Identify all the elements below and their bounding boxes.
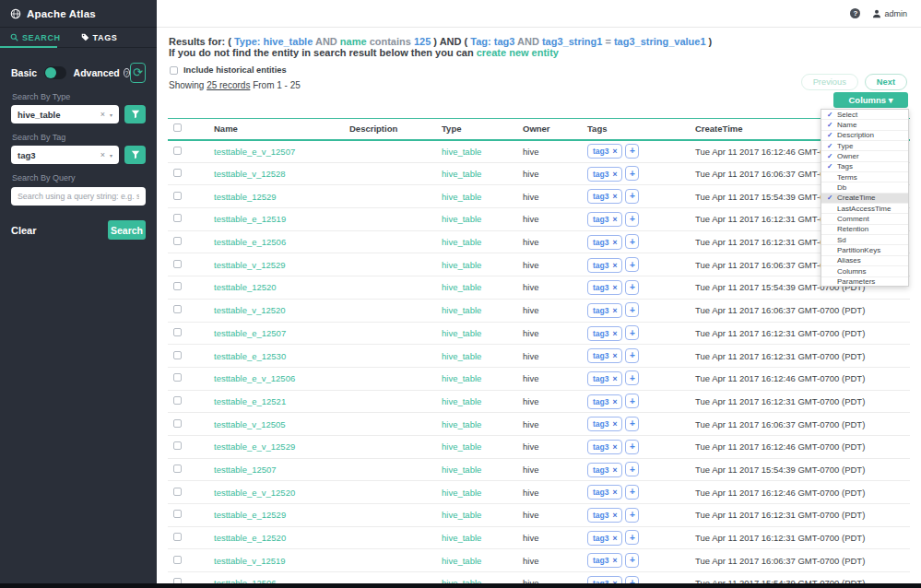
- columns-menu-item[interactable]: ✓Tags: [821, 162, 908, 172]
- tag-remove-icon[interactable]: ×: [612, 442, 617, 452]
- tag-remove-icon[interactable]: ×: [612, 147, 617, 156]
- columns-menu-item[interactable]: PartitionKeys: [821, 245, 908, 255]
- type-filter-button[interactable]: [124, 105, 146, 123]
- tag-remove-icon[interactable]: ×: [612, 374, 617, 383]
- tag-badge[interactable]: tag3×: [587, 280, 622, 295]
- tag-remove-icon[interactable]: ×: [612, 215, 617, 224]
- add-tag-button[interactable]: +: [625, 166, 639, 181]
- entity-type-link[interactable]: hive_table: [442, 351, 481, 361]
- tag-filter-button[interactable]: [124, 146, 146, 164]
- add-tag-button[interactable]: +: [625, 280, 639, 295]
- add-tag-button[interactable]: +: [625, 462, 639, 476]
- refresh-button[interactable]: ⟳: [130, 63, 146, 83]
- entity-name-link[interactable]: testtable_e_v_12529: [214, 441, 295, 452]
- add-tag-button[interactable]: +: [625, 485, 639, 500]
- tag-select[interactable]: tag3 × ▾: [11, 146, 119, 164]
- entity-name-link[interactable]: testtable_v_12519: [214, 556, 286, 566]
- select-all-checkbox[interactable]: [173, 123, 182, 132]
- add-tag-button[interactable]: +: [625, 257, 639, 272]
- entity-name-link[interactable]: testtable_e_12506: [214, 237, 286, 247]
- columns-menu-item[interactable]: ✓Select: [821, 110, 908, 120]
- row-checkbox[interactable]: [173, 305, 182, 313]
- tag-badge[interactable]: tag3×: [587, 212, 622, 227]
- row-checkbox[interactable]: [173, 282, 182, 290]
- tag-badge[interactable]: tag3×: [587, 144, 622, 159]
- add-tag-button[interactable]: +: [625, 144, 639, 159]
- add-tag-button[interactable]: +: [625, 189, 639, 204]
- tag-badge[interactable]: tag3×: [587, 326, 622, 341]
- tag-remove-icon[interactable]: ×: [612, 488, 617, 497]
- entity-type-link[interactable]: hive_table: [442, 147, 481, 157]
- columns-menu-item[interactable]: Comment: [821, 214, 908, 224]
- entity-type-link[interactable]: hive_table: [442, 169, 481, 179]
- entity-name-link[interactable]: testtable_v_12528: [214, 169, 286, 179]
- tag-remove-icon[interactable]: ×: [612, 465, 617, 475]
- row-checkbox[interactable]: [173, 533, 182, 541]
- entity-name-link[interactable]: testtable_e_12520: [214, 533, 286, 543]
- basic-advanced-toggle[interactable]: [44, 66, 66, 79]
- entity-name-link[interactable]: testtable_e_12519: [214, 214, 286, 224]
- tag-remove-icon[interactable]: ×: [612, 556, 617, 565]
- add-tag-button[interactable]: +: [625, 325, 639, 340]
- tag-badge[interactable]: tag3×: [587, 553, 622, 568]
- entity-name-link[interactable]: testtable_e_12521: [214, 396, 286, 406]
- row-checkbox[interactable]: [173, 328, 182, 336]
- tag-badge[interactable]: tag3×: [587, 531, 622, 546]
- tag-badge[interactable]: tag3×: [587, 508, 622, 523]
- tag-remove-icon[interactable]: ×: [612, 283, 617, 292]
- row-checkbox[interactable]: [173, 556, 182, 564]
- entity-name-link[interactable]: testtable_e_v_12506: [214, 373, 295, 383]
- entity-name-link[interactable]: testtable_v_12529: [214, 260, 286, 270]
- entity-name-link[interactable]: testtable_e_12507: [214, 328, 286, 338]
- column-header-description[interactable]: Description: [346, 119, 438, 140]
- help-icon[interactable]: ?: [850, 8, 860, 18]
- columns-menu-item[interactable]: Parameters: [821, 277, 908, 288]
- entity-name-link[interactable]: testtable_12529: [214, 192, 277, 202]
- entity-name-link[interactable]: testtable_v_12520: [214, 305, 286, 315]
- add-tag-button[interactable]: +: [625, 348, 639, 363]
- add-tag-button[interactable]: +: [625, 302, 639, 317]
- entity-type-link[interactable]: hive_table: [442, 260, 481, 270]
- tag-badge[interactable]: tag3×: [587, 485, 622, 500]
- entity-name-link[interactable]: testtable_12520: [214, 282, 277, 292]
- columns-menu-item[interactable]: Terms: [821, 172, 908, 182]
- tag-badge[interactable]: tag3×: [587, 189, 622, 204]
- row-checkbox[interactable]: [173, 147, 182, 155]
- columns-menu-item[interactable]: Retention: [821, 225, 908, 235]
- create-new-entity-link[interactable]: create new entity: [477, 47, 559, 58]
- tag-badge[interactable]: tag3×: [587, 394, 622, 409]
- entity-type-link[interactable]: hive_table: [442, 282, 481, 292]
- entity-type-link[interactable]: hive_table: [442, 556, 481, 566]
- tag-badge[interactable]: tag3×: [587, 235, 622, 250]
- add-tag-button[interactable]: +: [625, 370, 639, 385]
- tag-remove-icon[interactable]: ×: [612, 192, 617, 201]
- add-tag-button[interactable]: +: [625, 394, 639, 408]
- row-checkbox[interactable]: [173, 192, 182, 200]
- entity-type-link[interactable]: hive_table: [442, 441, 481, 452]
- row-checkbox[interactable]: [173, 237, 182, 245]
- tag-remove-icon[interactable]: ×: [612, 397, 617, 406]
- columns-menu-item[interactable]: ✓CreateTime: [821, 194, 908, 204]
- row-checkbox[interactable]: [173, 510, 182, 518]
- add-tag-button[interactable]: +: [625, 440, 639, 454]
- entity-type-link[interactable]: hive_table: [442, 396, 481, 406]
- include-historical-checkbox[interactable]: [170, 66, 178, 75]
- add-tag-button[interactable]: +: [625, 508, 639, 523]
- previous-page-button[interactable]: Previous: [801, 74, 858, 90]
- columns-menu-item[interactable]: Columns: [821, 266, 908, 276]
- entity-name-link[interactable]: testtable_e_12530: [214, 351, 286, 361]
- entity-type-link[interactable]: hive_table: [442, 305, 481, 315]
- entity-name-link[interactable]: testtable_e_12529: [214, 510, 286, 520]
- column-header-tags[interactable]: Tags: [584, 119, 691, 140]
- columns-menu-item[interactable]: LastAccessTime: [821, 204, 908, 214]
- row-checkbox[interactable]: [173, 169, 182, 177]
- entity-type-link[interactable]: hive_table: [442, 237, 481, 247]
- entity-type-link[interactable]: hive_table: [442, 419, 481, 429]
- row-checkbox[interactable]: [173, 441, 182, 450]
- tag-badge[interactable]: tag3×: [587, 371, 622, 386]
- row-checkbox[interactable]: [173, 260, 182, 268]
- tag-badge[interactable]: tag3×: [587, 348, 622, 363]
- tag-remove-icon[interactable]: ×: [612, 419, 617, 429]
- tag-remove-icon[interactable]: ×: [612, 170, 617, 179]
- entity-type-link[interactable]: hive_table: [442, 465, 481, 475]
